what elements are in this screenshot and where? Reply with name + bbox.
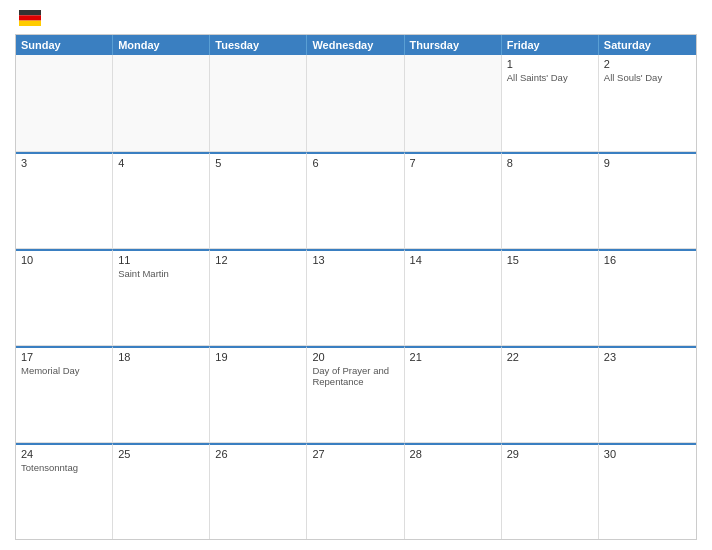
header <box>15 10 697 26</box>
cal-cell: 14 <box>405 249 502 345</box>
cal-cell: 11Saint Martin <box>113 249 210 345</box>
holiday-name: All Saints' Day <box>507 72 593 83</box>
cal-cell: 17Memorial Day <box>16 346 113 442</box>
day-number: 11 <box>118 254 204 266</box>
cal-cell: 1All Saints' Day <box>502 55 599 151</box>
cal-cell: 19 <box>210 346 307 442</box>
day-header-thursday: Thursday <box>405 35 502 55</box>
day-number: 8 <box>507 157 593 169</box>
calendar-page: SundayMondayTuesdayWednesdayThursdayFrid… <box>0 0 712 550</box>
week-row-3: 1011Saint Martin1213141516 <box>16 249 696 346</box>
holiday-name: All Souls' Day <box>604 72 691 83</box>
cal-cell: 8 <box>502 152 599 248</box>
svg-rect-0 <box>19 10 41 15</box>
cal-cell <box>307 55 404 151</box>
cal-cell: 27 <box>307 443 404 539</box>
logo-flag-icon <box>19 10 41 26</box>
calendar-body: 1All Saints' Day2All Souls' Day345678910… <box>16 55 696 539</box>
cal-cell <box>16 55 113 151</box>
cal-cell: 6 <box>307 152 404 248</box>
day-number: 14 <box>410 254 496 266</box>
cal-cell: 13 <box>307 249 404 345</box>
cal-cell: 10 <box>16 249 113 345</box>
logo <box>15 10 41 26</box>
day-number: 10 <box>21 254 107 266</box>
cal-cell: 4 <box>113 152 210 248</box>
day-number: 6 <box>312 157 398 169</box>
week-row-2: 3456789 <box>16 152 696 249</box>
cal-cell: 20Day of Prayer and Repentance <box>307 346 404 442</box>
day-number: 17 <box>21 351 107 363</box>
cal-cell: 12 <box>210 249 307 345</box>
holiday-name: Day of Prayer and Repentance <box>312 365 398 388</box>
day-number: 23 <box>604 351 691 363</box>
cal-cell: 16 <box>599 249 696 345</box>
holiday-name: Totensonntag <box>21 462 107 473</box>
day-number: 24 <box>21 448 107 460</box>
day-number: 12 <box>215 254 301 266</box>
cal-cell: 2All Souls' Day <box>599 55 696 151</box>
cal-cell: 29 <box>502 443 599 539</box>
day-header-monday: Monday <box>113 35 210 55</box>
day-number: 3 <box>21 157 107 169</box>
calendar-grid: SundayMondayTuesdayWednesdayThursdayFrid… <box>15 34 697 540</box>
day-number: 19 <box>215 351 301 363</box>
cal-cell <box>405 55 502 151</box>
week-row-1: 1All Saints' Day2All Souls' Day <box>16 55 696 152</box>
day-header-friday: Friday <box>502 35 599 55</box>
calendar-header-row: SundayMondayTuesdayWednesdayThursdayFrid… <box>16 35 696 55</box>
cal-cell <box>210 55 307 151</box>
holiday-name: Saint Martin <box>118 268 204 279</box>
day-number: 1 <box>507 58 593 70</box>
cal-cell: 28 <box>405 443 502 539</box>
day-header-sunday: Sunday <box>16 35 113 55</box>
day-number: 27 <box>312 448 398 460</box>
cal-cell: 15 <box>502 249 599 345</box>
week-row-5: 24Totensonntag252627282930 <box>16 443 696 539</box>
day-number: 9 <box>604 157 691 169</box>
day-number: 16 <box>604 254 691 266</box>
day-number: 4 <box>118 157 204 169</box>
cal-cell: 3 <box>16 152 113 248</box>
cal-cell <box>113 55 210 151</box>
day-number: 21 <box>410 351 496 363</box>
cal-cell: 18 <box>113 346 210 442</box>
cal-cell: 5 <box>210 152 307 248</box>
day-number: 26 <box>215 448 301 460</box>
day-number: 5 <box>215 157 301 169</box>
day-header-wednesday: Wednesday <box>307 35 404 55</box>
svg-rect-2 <box>19 21 41 26</box>
cal-cell: 22 <box>502 346 599 442</box>
week-row-4: 17Memorial Day181920Day of Prayer and Re… <box>16 346 696 443</box>
svg-rect-1 <box>19 15 41 20</box>
day-number: 29 <box>507 448 593 460</box>
holiday-name: Memorial Day <box>21 365 107 376</box>
cal-cell: 23 <box>599 346 696 442</box>
day-number: 28 <box>410 448 496 460</box>
day-header-saturday: Saturday <box>599 35 696 55</box>
day-number: 22 <box>507 351 593 363</box>
cal-cell: 7 <box>405 152 502 248</box>
day-number: 25 <box>118 448 204 460</box>
cal-cell: 24Totensonntag <box>16 443 113 539</box>
day-number: 2 <box>604 58 691 70</box>
cal-cell: 9 <box>599 152 696 248</box>
day-number: 15 <box>507 254 593 266</box>
day-number: 30 <box>604 448 691 460</box>
day-number: 13 <box>312 254 398 266</box>
cal-cell: 30 <box>599 443 696 539</box>
day-number: 20 <box>312 351 398 363</box>
cal-cell: 26 <box>210 443 307 539</box>
day-number: 7 <box>410 157 496 169</box>
day-number: 18 <box>118 351 204 363</box>
cal-cell: 21 <box>405 346 502 442</box>
day-header-tuesday: Tuesday <box>210 35 307 55</box>
cal-cell: 25 <box>113 443 210 539</box>
